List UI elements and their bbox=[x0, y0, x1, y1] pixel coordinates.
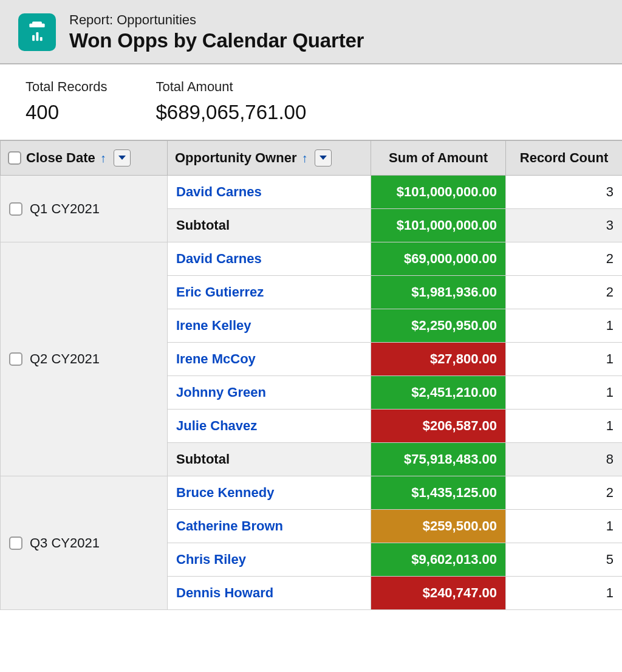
group-label: Q2 CY2021 bbox=[30, 351, 100, 367]
column-label: Record Count bbox=[520, 150, 608, 165]
owner-link[interactable]: Julie Chavez bbox=[176, 418, 257, 433]
summary-row: Total Records 400 Total Amount $689,065,… bbox=[0, 64, 622, 140]
column-menu-button[interactable] bbox=[315, 149, 332, 166]
group-cell: Q1 CY2021 bbox=[1, 176, 168, 242]
owner-cell: Johnny Green bbox=[168, 376, 371, 410]
owner-link[interactable]: Dennis Howard bbox=[176, 585, 273, 600]
subtotal-label: Subtotal bbox=[168, 209, 371, 242]
summary-label: Total Records bbox=[26, 79, 108, 95]
summary-label: Total Amount bbox=[156, 79, 307, 95]
report-header: Report: Opportunities Won Opps by Calend… bbox=[0, 0, 622, 64]
count-cell: 2 bbox=[506, 242, 623, 276]
report-title: Won Opps by Calendar Quarter bbox=[69, 29, 364, 52]
group-label: Q3 CY2021 bbox=[30, 535, 100, 551]
owner-cell: Chris Riley bbox=[168, 543, 371, 577]
owner-cell: Dennis Howard bbox=[168, 577, 371, 610]
column-header-record-count[interactable]: Record Count bbox=[506, 140, 623, 176]
owner-cell: Julie Chavez bbox=[168, 410, 371, 443]
owner-cell: Irene McCoy bbox=[168, 343, 371, 376]
owner-link[interactable]: Johnny Green bbox=[176, 385, 266, 400]
amount-cell: $9,602,013.00 bbox=[371, 543, 506, 577]
owner-link[interactable]: Catherine Brown bbox=[176, 518, 283, 533]
table-row: Q1 CY2021David Carnes$101,000,000.003 bbox=[1, 176, 623, 209]
amount-cell: $2,250,950.00 bbox=[371, 309, 506, 343]
count-cell: 1 bbox=[506, 376, 623, 410]
group-checkbox[interactable] bbox=[9, 537, 22, 550]
owner-link[interactable]: Chris Riley bbox=[176, 552, 246, 567]
amount-cell: $240,747.00 bbox=[371, 577, 506, 610]
subtotal-count: 8 bbox=[506, 443, 623, 476]
owner-cell: David Carnes bbox=[168, 242, 371, 276]
group-label: Q1 CY2021 bbox=[30, 201, 100, 217]
summary-value: $689,065,761.00 bbox=[156, 101, 307, 124]
svg-rect-1 bbox=[32, 22, 42, 25]
group-checkbox[interactable] bbox=[9, 202, 22, 216]
count-cell: 1 bbox=[506, 510, 623, 543]
owner-cell: Bruce Kennedy bbox=[168, 476, 371, 510]
svg-rect-4 bbox=[40, 37, 43, 41]
column-header-close-date[interactable]: Close Date ↑ bbox=[1, 140, 168, 176]
subtotal-amount: $75,918,483.00 bbox=[371, 443, 506, 476]
count-cell: 1 bbox=[506, 343, 623, 376]
column-label: Close Date bbox=[26, 150, 95, 166]
amount-cell: $2,451,210.00 bbox=[371, 376, 506, 410]
group-checkbox[interactable] bbox=[9, 352, 22, 366]
amount-cell: $101,000,000.00 bbox=[371, 176, 506, 209]
summary-value: 400 bbox=[26, 101, 108, 124]
report-icon bbox=[18, 13, 56, 51]
owner-link[interactable]: Eric Gutierrez bbox=[176, 284, 264, 300]
sort-ascending-icon[interactable]: ↑ bbox=[100, 151, 106, 165]
amount-cell: $69,000,000.00 bbox=[371, 242, 506, 276]
group-cell: Q2 CY2021 bbox=[1, 242, 168, 476]
column-header-owner[interactable]: Opportunity Owner ↑ bbox=[168, 140, 371, 176]
amount-cell: $27,800.00 bbox=[371, 343, 506, 376]
owner-link[interactable]: David Carnes bbox=[176, 251, 262, 266]
report-table: Close Date ↑ Opportunity Owner ↑ Sum bbox=[0, 140, 622, 610]
column-label: Opportunity Owner bbox=[175, 150, 296, 166]
table-row: Q2 CY2021David Carnes$69,000,000.002 bbox=[1, 242, 623, 276]
owner-link[interactable]: Bruce Kennedy bbox=[176, 485, 274, 500]
owner-link[interactable]: Irene McCoy bbox=[176, 351, 256, 366]
owner-cell: Catherine Brown bbox=[168, 510, 371, 543]
column-label: Sum of Amount bbox=[389, 150, 488, 165]
column-menu-button[interactable] bbox=[114, 149, 131, 166]
amount-cell: $259,500.00 bbox=[371, 510, 506, 543]
count-cell: 3 bbox=[506, 176, 623, 209]
summary-total-records: Total Records 400 bbox=[26, 79, 108, 124]
subtotal-label: Subtotal bbox=[168, 443, 371, 476]
column-header-sum-amount[interactable]: Sum of Amount bbox=[371, 140, 506, 176]
summary-total-amount: Total Amount $689,065,761.00 bbox=[156, 79, 307, 124]
count-cell: 1 bbox=[506, 410, 623, 443]
subtotal-count: 3 bbox=[506, 209, 623, 242]
report-pretitle: Report: Opportunities bbox=[69, 12, 364, 28]
count-cell: 1 bbox=[506, 309, 623, 343]
group-cell: Q3 CY2021 bbox=[1, 476, 168, 610]
owner-cell: Eric Gutierrez bbox=[168, 276, 371, 309]
svg-rect-2 bbox=[32, 35, 35, 41]
owner-link[interactable]: Irene Kelley bbox=[176, 318, 251, 333]
select-all-checkbox[interactable] bbox=[8, 151, 21, 165]
count-cell: 1 bbox=[506, 577, 623, 610]
amount-cell: $206,587.00 bbox=[371, 410, 506, 443]
subtotal-amount: $101,000,000.00 bbox=[371, 209, 506, 242]
count-cell: 5 bbox=[506, 543, 623, 577]
count-cell: 2 bbox=[506, 476, 623, 510]
amount-cell: $1,981,936.00 bbox=[371, 276, 506, 309]
owner-cell: David Carnes bbox=[168, 176, 371, 209]
svg-rect-3 bbox=[36, 32, 38, 41]
owner-link[interactable]: David Carnes bbox=[176, 184, 262, 199]
amount-cell: $1,435,125.00 bbox=[371, 476, 506, 510]
count-cell: 2 bbox=[506, 276, 623, 309]
owner-cell: Irene Kelley bbox=[168, 309, 371, 343]
sort-ascending-icon[interactable]: ↑ bbox=[301, 151, 307, 165]
table-row: Q3 CY2021Bruce Kennedy$1,435,125.002 bbox=[1, 476, 623, 510]
